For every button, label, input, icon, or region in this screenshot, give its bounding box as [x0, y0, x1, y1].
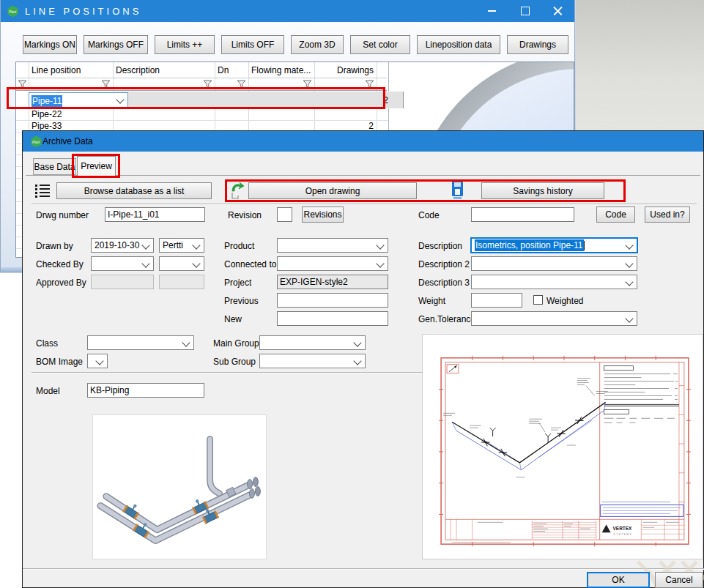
- description-label: Description: [418, 241, 462, 251]
- gen-tolerance-combo[interactable]: [471, 311, 637, 326]
- code-button[interactable]: Code: [596, 206, 635, 223]
- filter-funnel-icon[interactable]: [365, 80, 374, 89]
- table-row[interactable]: Pipe-22: [16, 108, 388, 121]
- sub-group-combo[interactable]: [259, 354, 366, 368]
- drawings-button[interactable]: Drawings: [507, 35, 568, 54]
- savings-history-button[interactable]: Savings history: [481, 182, 604, 199]
- drawn-date-value: 2019-10-30: [95, 240, 139, 250]
- separator: [32, 204, 697, 205]
- limits-off-button[interactable]: Limits OFF: [221, 35, 284, 54]
- description-combo[interactable]: Isometrics, position Pipe-11: [471, 238, 637, 253]
- revision-field[interactable]: [277, 207, 292, 222]
- chevron-down-icon[interactable]: [95, 357, 103, 365]
- window-title: Archive Data: [42, 136, 93, 146]
- chevron-down-icon[interactable]: [141, 259, 149, 267]
- code-label: Code: [418, 210, 440, 220]
- drawn-name-value: Pertti: [163, 240, 183, 250]
- combo-selected-text: Isometrics, position Pipe-11: [475, 239, 584, 251]
- tab-preview[interactable]: Preview: [77, 156, 116, 176]
- markings-off-button[interactable]: Markings OFF: [84, 35, 148, 54]
- chevron-down-icon[interactable]: [192, 259, 200, 267]
- browse-database-button[interactable]: Browse database as a list: [56, 182, 212, 199]
- column-header-flowing-material[interactable]: Flowing mate...: [251, 62, 311, 78]
- list-view-icon[interactable]: [34, 183, 51, 198]
- chevron-down-icon[interactable]: [376, 241, 384, 249]
- set-color-button[interactable]: Set color: [350, 35, 410, 54]
- model-label: Model: [36, 386, 60, 396]
- revisions-button[interactable]: Revisions: [302, 206, 344, 223]
- drawings-cell: 2: [314, 92, 404, 108]
- gen-tolerance-label: Gen.Tolerance: [418, 314, 475, 324]
- product-label: Product: [224, 241, 254, 251]
- chevron-down-icon[interactable]: [625, 278, 633, 286]
- markings-on-button[interactable]: Markings ON: [23, 35, 77, 54]
- filter-funnel-icon[interactable]: [303, 80, 312, 89]
- line-position-cell: Pipe-22: [32, 109, 62, 119]
- lineposition-data-button[interactable]: Lineposition data: [417, 35, 500, 54]
- class-combo[interactable]: [87, 335, 194, 350]
- chevron-down-icon[interactable]: [192, 241, 200, 249]
- ok-button[interactable]: OK: [587, 572, 650, 588]
- new-field[interactable]: [277, 311, 388, 326]
- open-drawing-arrow-icon[interactable]: [230, 181, 245, 200]
- plant-logo-icon: Plant: [30, 135, 42, 148]
- cancel-button[interactable]: Cancel: [655, 572, 703, 588]
- drawn-date-combo[interactable]: 2019-10-30: [91, 238, 154, 253]
- drawn-name-combo[interactable]: Pertti: [159, 238, 204, 253]
- chevron-down-icon[interactable]: [116, 95, 124, 103]
- checked-date-combo[interactable]: [91, 256, 154, 271]
- column-header-dn[interactable]: Dn: [218, 62, 229, 78]
- chevron-down-icon[interactable]: [182, 338, 190, 346]
- minimize-icon[interactable]: [475, 0, 508, 22]
- chevron-down-icon[interactable]: [625, 259, 633, 267]
- weight-field[interactable]: [471, 293, 522, 308]
- used-in-button[interactable]: Used in?: [645, 206, 690, 223]
- chevron-down-icon[interactable]: [625, 241, 633, 249]
- drawings-cell: 2: [368, 121, 374, 131]
- column-header-description[interactable]: Description: [116, 62, 160, 78]
- chevron-down-icon[interactable]: [376, 259, 384, 267]
- previous-label: Previous: [224, 296, 259, 306]
- connected-to-combo[interactable]: [277, 256, 388, 271]
- line-positions-toolbar: Markings ON Markings OFF Limits ++ Limit…: [23, 35, 568, 54]
- table-row[interactable]: 2 Pipe-11: [16, 92, 388, 108]
- column-header-drawings[interactable]: Drawings: [314, 62, 374, 78]
- tab-base-data[interactable]: Base Data: [33, 158, 76, 175]
- database-disk-icon[interactable]: [451, 180, 464, 200]
- weighted-checkbox[interactable]: [533, 295, 543, 305]
- filter-funnel-icon[interactable]: [237, 80, 246, 89]
- previous-field[interactable]: [277, 293, 388, 308]
- archive-data-titlebar[interactable]: Plant Archive Data: [23, 131, 703, 152]
- line-positions-titlebar[interactable]: Plant LINE POSITIONS: [1, 0, 574, 22]
- archive-data-window: Plant Archive Data Base Data Preview Bro…: [22, 130, 704, 588]
- product-combo[interactable]: [277, 238, 388, 253]
- project-field: EXP-IGEN-style2: [277, 275, 388, 289]
- bom-image-combo[interactable]: [87, 354, 108, 368]
- column-header-line-position[interactable]: Line position: [32, 62, 81, 78]
- filter-funnel-icon[interactable]: [101, 80, 111, 89]
- open-drawing-button[interactable]: Open drawing: [248, 182, 417, 199]
- chevron-down-icon[interactable]: [625, 314, 633, 322]
- chevron-down-icon[interactable]: [141, 241, 149, 249]
- tab-strip-line: [26, 175, 700, 176]
- chevron-down-icon[interactable]: [353, 357, 361, 365]
- line-position-combo[interactable]: Pipe-11: [29, 92, 128, 109]
- model-field[interactable]: [87, 383, 204, 398]
- description3-combo[interactable]: [471, 275, 637, 289]
- pipe-3d-preview: [92, 414, 267, 559]
- maximize-icon[interactable]: [508, 0, 541, 22]
- filter-funnel-icon[interactable]: [18, 80, 27, 89]
- desktop-background: [575, 0, 704, 130]
- drawing-logo-subtext: SYSTEMS: [614, 533, 633, 536]
- zoom-3d-button[interactable]: Zoom 3D: [291, 35, 344, 54]
- drwg-number-field[interactable]: [105, 207, 205, 222]
- limits-plus-button[interactable]: Limits ++: [155, 35, 215, 54]
- code-field[interactable]: [471, 207, 574, 222]
- main-group-combo[interactable]: [259, 335, 366, 350]
- close-icon[interactable]: [541, 0, 574, 22]
- checked-name-combo[interactable]: [159, 256, 204, 271]
- description3-label: Description 3: [418, 278, 470, 288]
- description2-combo[interactable]: [471, 256, 637, 271]
- chevron-down-icon[interactable]: [353, 338, 361, 346]
- filter-funnel-icon[interactable]: [203, 80, 212, 89]
